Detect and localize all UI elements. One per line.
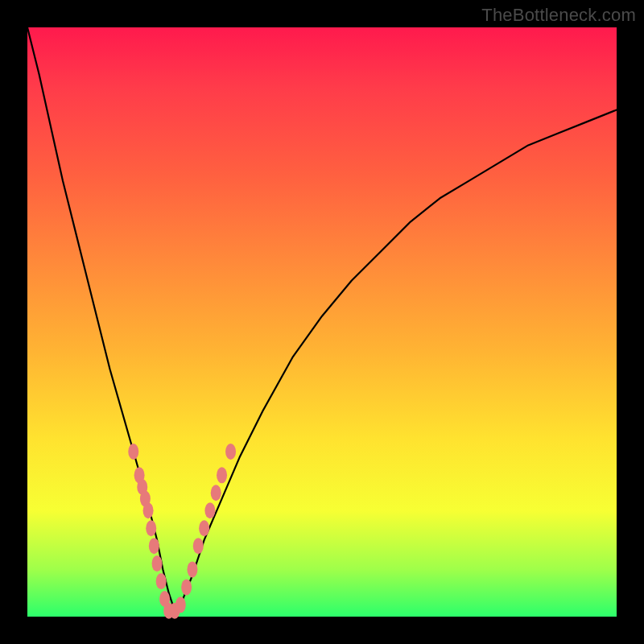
curve-marker [225, 444, 236, 460]
curve-svg [27, 27, 617, 617]
curve-markers [128, 444, 236, 619]
curve-marker [149, 538, 159, 554]
curve-marker [204, 502, 215, 518]
curve-marker [211, 485, 221, 501]
curve-marker [181, 579, 192, 595]
curve-marker [143, 502, 154, 518]
curve-marker [193, 538, 204, 554]
curve-marker [217, 467, 227, 483]
curve-marker [175, 597, 186, 613]
bottleneck-curve [27, 27, 617, 611]
curve-marker [128, 444, 138, 460]
chart-frame: TheBottleneck.com [0, 0, 644, 644]
curve-marker [199, 520, 209, 536]
curve-marker [156, 573, 167, 589]
curve-marker [152, 555, 163, 572]
curve-marker [146, 520, 156, 536]
watermark-text: TheBottleneck.com [481, 5, 636, 26]
curve-marker [187, 561, 197, 577]
plot-area [27, 27, 617, 617]
